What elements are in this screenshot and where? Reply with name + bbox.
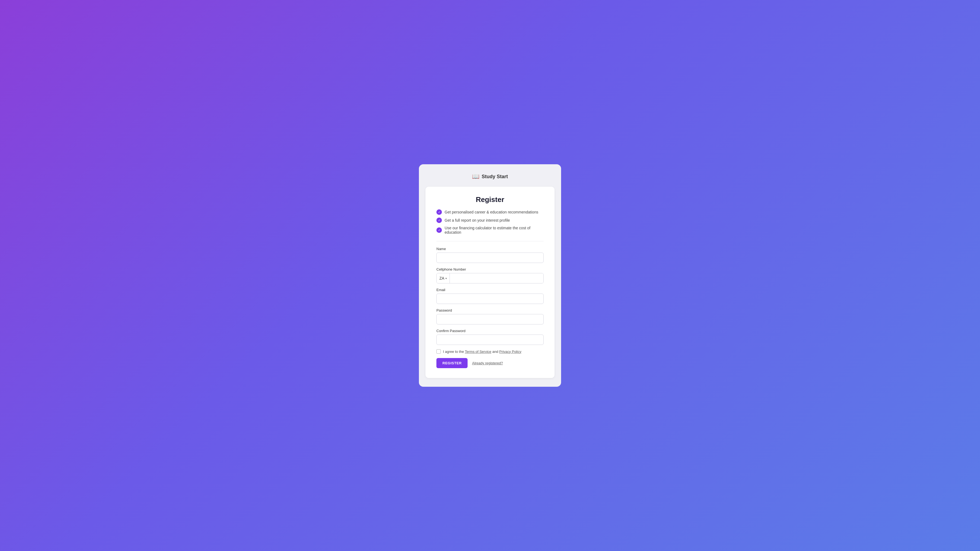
feature-item-2: ✓ Get a full report on your interest pro…	[436, 218, 544, 223]
confirm-password-label: Confirm Password	[436, 329, 544, 333]
check-icon-1: ✓	[436, 210, 442, 215]
check-icon-2: ✓	[436, 218, 442, 223]
logo-area: 📖 Study Start	[425, 173, 555, 180]
phone-input[interactable]	[450, 273, 543, 283]
register-card: Register ✓ Get personalised career & edu…	[425, 187, 555, 378]
phone-input-wrapper: ZA ▾	[436, 273, 544, 283]
name-input[interactable]	[436, 252, 544, 263]
email-input[interactable]	[436, 294, 544, 304]
feature-text-3: Use our financing calculator to estimate…	[445, 226, 544, 235]
already-registered-link[interactable]: Already registered?	[472, 361, 503, 365]
phone-prefix-text: ZA	[439, 276, 444, 280]
privacy-policy-link[interactable]: Privacy Policy	[499, 349, 522, 354]
features-list: ✓ Get personalised career & education re…	[436, 210, 544, 235]
phone-prefix-selector[interactable]: ZA ▾	[437, 273, 450, 283]
logo-text: Study Start	[482, 174, 508, 179]
agreement-before-text: I agree to the	[443, 349, 465, 354]
feature-text-2: Get a full report on your interest profi…	[445, 218, 510, 222]
check-icon-3: ✓	[436, 227, 442, 233]
phone-label: Cellphone Number	[436, 267, 544, 272]
password-label: Password	[436, 308, 544, 313]
terms-checkbox[interactable]	[436, 349, 441, 354]
page-title: Register	[436, 195, 544, 204]
chevron-down-icon: ▾	[445, 277, 447, 280]
actions-row: REGISTER Already registered?	[436, 358, 544, 368]
register-button[interactable]: REGISTER	[436, 358, 468, 368]
phone-group: Cellphone Number ZA ▾	[436, 267, 544, 283]
password-input[interactable]	[436, 314, 544, 324]
book-icon: 📖	[472, 173, 479, 180]
name-label: Name	[436, 247, 544, 251]
feature-item-3: ✓ Use our financing calculator to estima…	[436, 226, 544, 235]
agreement-and-text: and	[492, 349, 499, 354]
email-label: Email	[436, 288, 544, 292]
confirm-password-input[interactable]	[436, 335, 544, 345]
divider	[436, 241, 544, 241]
agreement-text: I agree to the Terms of Service and Priv…	[443, 349, 522, 354]
email-group: Email	[436, 288, 544, 304]
confirm-password-group: Confirm Password	[436, 329, 544, 345]
terms-of-service-link[interactable]: Terms of Service	[465, 349, 492, 354]
outer-container: 📖 Study Start Register ✓ Get personalise…	[419, 164, 561, 387]
agreement-row: I agree to the Terms of Service and Priv…	[436, 349, 544, 354]
feature-item-1: ✓ Get personalised career & education re…	[436, 210, 544, 215]
name-group: Name	[436, 247, 544, 263]
password-group: Password	[436, 308, 544, 324]
feature-text-1: Get personalised career & education reco…	[445, 210, 538, 214]
